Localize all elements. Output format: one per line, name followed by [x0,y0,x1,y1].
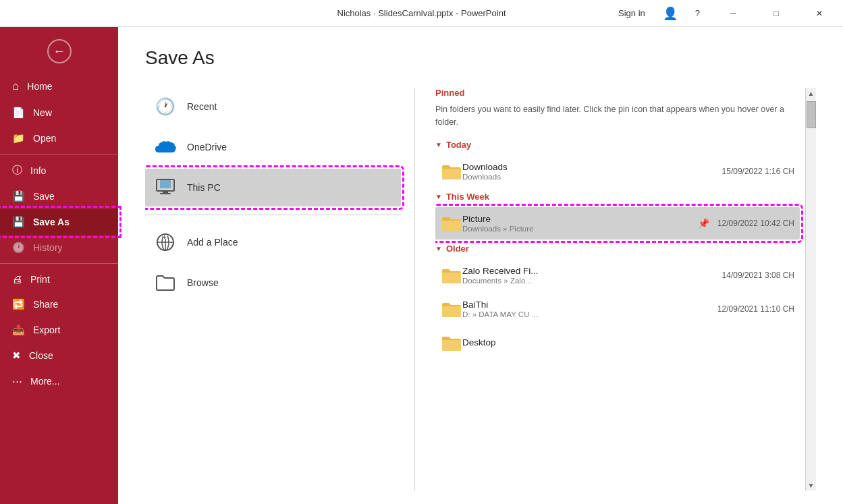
sidebar: ← ⌂ Home 📄 New 📁 Open ⓘ Info 💾 Save [0,27,118,504]
baithi-folder-info: BaiThi D: » DATA MAY CU ... [462,300,709,318]
scroll-down-arrow[interactable]: ▼ [806,480,817,491]
window-title: Nicholas · SlidesCarnival.pptx - PowerPo… [337,8,506,18]
pinned-description: Pin folders you want to easily find late… [435,103,800,129]
location-recent[interactable]: 🕐 Recent [145,88,401,125]
panels: 🕐 Recent OneDrive [145,88,816,491]
location-browse[interactable]: Browse [145,264,401,302]
sidebar-divider-1 [0,154,118,155]
location-add-place[interactable]: + Add a Place [145,223,401,261]
help-button[interactable]: ? [690,5,705,21]
downloads-folder-date: 15/09/2022 1:16 CH [722,167,794,176]
folder-icon-baithi [441,300,462,318]
sidebar-item-close[interactable]: ✖ Close [0,343,118,368]
folder-row-baithi[interactable]: BaiThi D: » DATA MAY CU ... 12/09/2021 1… [435,293,800,325]
folder-row-desktop[interactable]: Desktop [435,327,800,359]
location-browse-label: Browse [187,277,219,288]
pc-svg [155,177,176,198]
pin-icon[interactable]: 📌 [698,218,709,229]
this-week-chevron-icon: ▼ [435,193,442,200]
folder-row-zalo[interactable]: Zalo Received Fi... Documents » Zalo... … [435,259,800,291]
sign-in-button[interactable]: Sign in [613,5,651,21]
baithi-folder-name: BaiThi [462,300,709,310]
globe-svg: + [155,232,175,252]
zalo-folder-info: Zalo Received Fi... Documents » Zalo... [462,266,714,285]
svg-rect-1 [160,180,171,188]
zalo-folder-path: Documents » Zalo... [462,277,714,285]
today-chevron-icon: ▼ [435,141,442,148]
sidebar-item-open[interactable]: 📁 Open [0,125,118,151]
sidebar-divider-2 [0,263,118,264]
sidebar-info-label: Info [30,165,46,176]
location-recent-label: Recent [187,101,217,112]
new-icon: 📄 [12,107,25,119]
location-this-pc-label: This PC [187,182,221,193]
history-icon: 🕐 [12,242,25,254]
location-onedrive[interactable]: OneDrive [145,128,401,166]
title-bar: Nicholas · SlidesCarnival.pptx - PowerPo… [0,0,843,27]
sidebar-share-label: Share [33,299,58,310]
sidebar-close-label: Close [29,350,53,361]
sidebar-item-history[interactable]: 🕐 History [0,235,118,260]
today-section: ▼ Today Downloads Downloads [435,140,800,188]
picture-folder-path: Downloads » Picture [462,225,691,233]
print-icon: 🖨 [12,273,22,285]
sidebar-item-home[interactable]: ⌂ Home [0,73,118,100]
close-button[interactable]: ✕ [804,3,835,24]
today-label: ▼ Today [435,140,800,150]
info-icon: ⓘ [12,164,22,177]
svg-text:+: + [163,233,167,241]
folder-icon-picture [441,214,462,233]
export-icon: 📤 [12,324,25,336]
scroll-up-arrow[interactable]: ▲ [806,88,817,99]
scroll-thumb[interactable] [807,101,816,128]
sidebar-print-label: Print [30,274,50,285]
sidebar-item-new[interactable]: 📄 New [0,100,118,125]
sidebar-item-save[interactable]: 💾 Save [0,184,118,209]
account-icon[interactable]: 👤 [663,6,678,21]
back-button[interactable]: ← [0,27,118,73]
folder-row-downloads[interactable]: Downloads Downloads 15/09/2022 1:16 CH [435,155,800,188]
pinned-label: Pinned [435,88,464,98]
close-doc-icon: ✖ [12,349,21,362]
sidebar-item-info[interactable]: ⓘ Info [0,157,118,184]
baithi-folder-date: 12/09/2021 11:10 CH [717,304,794,314]
today-section-text: Today [446,140,471,150]
older-chevron-icon: ▼ [435,245,442,252]
older-section-text: Older [446,244,469,254]
older-section: ▼ Older Zalo Received Fi... Document [435,244,800,359]
desktop-folder-info: Desktop [462,337,786,348]
open-icon: 📁 [12,132,25,144]
location-this-pc[interactable]: This PC [145,169,401,206]
this-week-section-text: This Week [446,192,489,202]
sidebar-item-more[interactable]: ⋯ More... [0,368,118,394]
baithi-folder-path: D: » DATA MAY CU ... [462,310,709,318]
picture-folder-name: Picture [462,214,691,224]
location-add-place-label: Add a Place [187,237,238,248]
minimize-button[interactable]: ─ [717,3,749,24]
sidebar-item-share[interactable]: 🔁 Share [0,291,118,317]
folder-icon-desktop [441,333,462,352]
zalo-folder-name: Zalo Received Fi... [462,266,714,276]
folder-icon-downloads [441,162,462,181]
more-icon: ⋯ [12,375,22,387]
scrollbar[interactable]: ▲ ▼ [805,88,816,491]
this-week-label: ▼ This Week [435,192,800,202]
sidebar-item-print[interactable]: 🖨 Print [0,267,118,291]
back-circle[interactable]: ← [47,39,72,63]
downloads-folder-info: Downloads Downloads [462,162,714,181]
maximize-button[interactable]: □ [761,3,792,24]
sidebar-item-export[interactable]: 📤 Export [0,317,118,343]
sidebar-history-label: History [33,242,63,253]
sidebar-new-label: New [33,107,52,118]
sidebar-save-label: Save [33,191,55,202]
sidebar-item-save-as[interactable]: 💾 Save As [0,209,118,235]
right-panel: Pinned Pin folders you want to easily fi… [415,88,816,491]
onedrive-cloud-svg [155,139,176,155]
sidebar-home-label: Home [27,81,52,92]
left-panel: 🕐 Recent OneDrive [145,88,415,491]
location-divider [145,215,401,215]
downloads-folder-name: Downloads [462,162,714,172]
folder-row-picture[interactable]: Picture Downloads » Picture 📌 12/09/2022… [435,207,800,240]
clock-icon: 🕐 [155,96,176,117]
save-as-icon: 💾 [12,216,25,228]
